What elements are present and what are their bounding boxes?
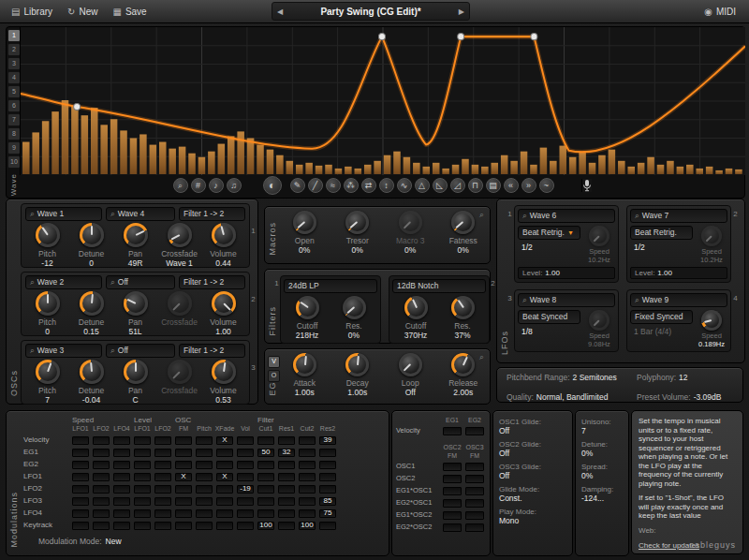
wave-slot-8[interactable]: 8 bbox=[7, 127, 21, 140]
matrix-cell-velocity-cut1[interactable] bbox=[257, 436, 274, 445]
note-icon[interactable]: ♪ bbox=[209, 178, 224, 193]
matrix-cell-lfo2-lfo1[interactable] bbox=[72, 485, 89, 494]
osc3-crossfade-wave-select[interactable]: ⌕Off bbox=[106, 344, 175, 358]
matrix-cell-eg1-lfo4[interactable] bbox=[113, 449, 130, 457]
matrix-cell-lfo4-lfo1[interactable] bbox=[72, 509, 89, 518]
saw-up-icon[interactable]: ◿ bbox=[450, 178, 465, 193]
matrix-cell-eg1-xfade[interactable] bbox=[216, 449, 233, 457]
matrix-cell-eg2-cut2[interactable] bbox=[299, 461, 316, 469]
osc1-filter-route-select[interactable]: Filter 1 -> 2 bbox=[179, 207, 245, 221]
matrix-cell-lfo2-lfo2[interactable] bbox=[154, 485, 171, 494]
wave-slot-4[interactable]: 4 bbox=[7, 71, 21, 84]
matrix-cell-lfo1-lfo4[interactable] bbox=[113, 473, 130, 481]
next-preset-button[interactable]: ▶ bbox=[454, 6, 469, 18]
matrix-cell-velocity-lfo4[interactable] bbox=[113, 436, 130, 445]
eg-tab-v[interactable]: V bbox=[268, 356, 280, 368]
osc3-filter-route-select[interactable]: Filter 1 -> 2 bbox=[179, 344, 245, 358]
matrix-cell-lfo4-vol[interactable] bbox=[237, 509, 254, 518]
matrix-cell-lfo4-res2[interactable]: 75 bbox=[319, 509, 336, 518]
pitch-knob[interactable] bbox=[36, 223, 60, 247]
cutoff-knob[interactable] bbox=[404, 296, 428, 319]
matrix-cell-lfo3-xfade[interactable] bbox=[216, 497, 233, 506]
decay-knob[interactable] bbox=[345, 353, 369, 376]
fm-matrix-cell[interactable] bbox=[443, 463, 462, 471]
matrix-cell-keytrack-lfo4[interactable] bbox=[113, 522, 130, 530]
matrix-cell-eg1-lfo1[interactable] bbox=[134, 449, 151, 457]
attack-knob[interactable] bbox=[293, 353, 316, 376]
phase-display-icon[interactable]: ◐ bbox=[263, 176, 282, 195]
matrix-cell-keytrack-cut1[interactable]: 100 bbox=[257, 522, 274, 530]
eg-tab-o[interactable]: O bbox=[268, 370, 280, 382]
matrix-cell-lfo1-res1[interactable] bbox=[278, 473, 295, 481]
setting-item[interactable]: OSC2 Glide:Off bbox=[499, 440, 566, 458]
osc2-crossfade-wave-select[interactable]: ⌕Off bbox=[106, 275, 175, 289]
fm-matrix-cell[interactable] bbox=[443, 499, 462, 508]
lfo4-speed-knob[interactable] bbox=[701, 310, 722, 331]
fm-matrix-cell[interactable] bbox=[465, 511, 484, 520]
mic-icon[interactable] bbox=[581, 179, 592, 192]
macros-magnifier-icon[interactable]: ⌕ bbox=[479, 210, 484, 220]
osc2-wave-select[interactable]: ⌕Wave 2 bbox=[25, 275, 102, 289]
volume-knob[interactable] bbox=[212, 223, 236, 247]
matrix-cell-eg1-vol[interactable] bbox=[237, 449, 254, 457]
setting-item[interactable]: OSC1 Glide:Off bbox=[499, 418, 566, 435]
pitch-knob[interactable] bbox=[36, 360, 60, 384]
shift-right-icon[interactable]: » bbox=[521, 178, 536, 193]
lfo2-wave-select[interactable]: ⌕Wave 7 bbox=[630, 209, 727, 223]
square-wave-icon[interactable]: ⊓ bbox=[468, 178, 483, 193]
saw-down-icon[interactable]: ◺ bbox=[433, 178, 448, 193]
matrix-cell-keytrack-vol[interactable] bbox=[237, 522, 254, 530]
matrix-cell-keytrack-xfade[interactable] bbox=[216, 522, 233, 530]
matrix-cell-lfo4-cut2[interactable] bbox=[299, 509, 316, 518]
open-knob[interactable] bbox=[293, 211, 316, 234]
matrix-cell-eg1-res1[interactable]: 32 bbox=[278, 449, 295, 457]
wave-slot-1[interactable]: 1 bbox=[7, 29, 21, 42]
lfo2-sync-select[interactable]: Beat Retrig. bbox=[630, 226, 693, 240]
sine-wave-icon[interactable]: ∿ bbox=[397, 178, 412, 193]
lfo3-wave-select[interactable]: ⌕Wave 8 bbox=[518, 293, 615, 307]
matrix-cell-lfo3-lfo4[interactable] bbox=[113, 497, 130, 506]
matrix-cell-lfo3-lfo2[interactable] bbox=[93, 497, 110, 506]
matrix-cell-lfo1-xfade[interactable]: X bbox=[216, 473, 233, 481]
res--knob[interactable] bbox=[451, 296, 475, 319]
crossfade-knob[interactable] bbox=[168, 223, 192, 247]
matrix-cell-velocity-res2[interactable]: 39 bbox=[319, 436, 336, 445]
lfo1-wave-select[interactable]: ⌕Wave 6 bbox=[518, 209, 615, 223]
curve-node[interactable] bbox=[531, 34, 537, 40]
zoom-icon[interactable]: ⌕ bbox=[173, 178, 188, 193]
matrix-cell-lfo3-cut1[interactable] bbox=[257, 497, 274, 506]
matrix-cell-eg2-lfo1[interactable] bbox=[134, 461, 151, 469]
curve-node[interactable] bbox=[74, 104, 81, 111]
volume-knob[interactable] bbox=[212, 360, 236, 384]
matrix-cell-eg1-cut2[interactable] bbox=[299, 449, 316, 457]
matrix-cell-lfo3-cut2[interactable] bbox=[299, 497, 316, 506]
matrix-cell-eg2-cut1[interactable] bbox=[257, 461, 274, 469]
setting-item[interactable]: Damping:-124... bbox=[581, 485, 623, 503]
matrix-cell-eg1-lfo1[interactable] bbox=[72, 449, 89, 457]
triplet-note-icon[interactable]: ♫ bbox=[227, 178, 242, 193]
matrix-cell-keytrack-lfo1[interactable] bbox=[72, 522, 89, 530]
fm-matrix-cell[interactable] bbox=[443, 475, 462, 483]
setting-item[interactable]: Glide Mode:Const. bbox=[499, 485, 566, 503]
matrix-cell-lfo3-pitch[interactable] bbox=[196, 497, 213, 506]
matrix-cell-eg2-res1[interactable] bbox=[278, 461, 295, 469]
setting-item[interactable]: Detune:0% bbox=[581, 440, 623, 458]
matrix-cell-keytrack-lfo2[interactable] bbox=[93, 522, 110, 530]
osc1-wave-select[interactable]: ⌕Wave 1 bbox=[25, 207, 102, 221]
fatness-knob[interactable] bbox=[451, 211, 475, 234]
eg-magnifier-icon[interactable]: ⌕ bbox=[479, 352, 484, 362]
curve-tool-icon[interactable]: ≈ bbox=[326, 178, 341, 193]
osc2-filter-route-select[interactable]: Filter 1 -> 2 bbox=[179, 275, 245, 289]
matrix-cell-velocity-lfo2[interactable] bbox=[93, 436, 110, 445]
matrix-cell-eg1-res2[interactable] bbox=[319, 449, 336, 457]
fm-matrix-cell[interactable] bbox=[443, 523, 462, 532]
matrix-cell-keytrack-pitch[interactable] bbox=[196, 522, 213, 530]
matrix-cell-lfo2-pitch[interactable] bbox=[196, 485, 213, 494]
matrix-cell-eg2-xfade[interactable] bbox=[216, 461, 233, 469]
osc3-wave-select[interactable]: ⌕Wave 3 bbox=[25, 344, 102, 358]
matrix-cell-lfo1-cut2[interactable] bbox=[299, 473, 316, 481]
matrix-cell-velocity-lfo1[interactable] bbox=[72, 436, 89, 445]
lfo3-rate-value[interactable]: 1/8 bbox=[518, 324, 580, 336]
matrix-cell-lfo3-res2[interactable]: 85 bbox=[319, 497, 336, 506]
matrix-cell-lfo2-lfo1[interactable] bbox=[134, 485, 151, 494]
